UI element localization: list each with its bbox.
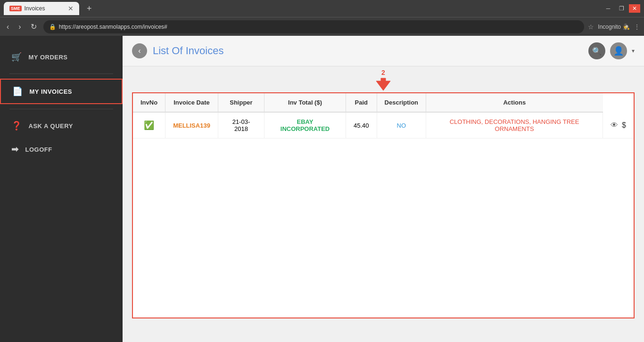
incognito-icon: 🕵 xyxy=(623,24,630,30)
sidebar-item-label-my-orders: MY ORDERS xyxy=(29,54,68,61)
invoice-number-link[interactable]: MELLISA139 xyxy=(173,122,210,129)
sidebar-item-ask-query[interactable]: ❓ ASK A QUERY xyxy=(0,114,123,138)
cell-invno[interactable]: MELLISA139 xyxy=(165,112,218,138)
cell-shipper: EBAY INCORPORATED xyxy=(264,112,346,138)
refresh-button[interactable]: ↻ xyxy=(28,20,40,33)
back-button[interactable]: ‹ xyxy=(132,43,147,58)
incognito-area: Incognito 🕵 xyxy=(598,24,630,30)
sidebar-item-label-logoff: LOGOFF xyxy=(25,146,52,153)
tab-title: Invoices xyxy=(25,5,45,12)
invoice-table: InvNo Invoice Date Shipper Inv Total ($)… xyxy=(133,93,634,138)
down-arrow-svg xyxy=(374,77,393,91)
browser-titlebar: SME Invoices ✕ + ─ ❐ ✕ xyxy=(0,0,644,17)
search-icon: 🔍 xyxy=(592,47,602,56)
tab-close-btn[interactable]: ✕ xyxy=(68,5,74,12)
minimize-button[interactable]: ─ xyxy=(603,4,614,13)
invoice-table-container: InvNo Invoice Date Shipper Inv Total ($)… xyxy=(132,92,635,318)
restore-button[interactable]: ❐ xyxy=(616,4,627,13)
logoff-icon: ➡ xyxy=(11,144,19,155)
description-text: CLOTHING, DECORATIONS, HANGING TREE ORNA… xyxy=(450,118,579,132)
status-check-icon: ✅ xyxy=(144,121,154,130)
tab-favicon: SME xyxy=(9,6,22,11)
toolbar-right: ☆ Incognito 🕵 ⋮ xyxy=(588,23,640,31)
col-header-invno: InvNo xyxy=(133,93,165,112)
new-tab-button[interactable]: + xyxy=(83,4,96,14)
sidebar-item-my-invoices[interactable]: 📄 MY INVOICES xyxy=(0,79,123,104)
col-header-inv-total: Inv Total ($) xyxy=(264,93,346,112)
cell-paid: NO xyxy=(377,112,426,138)
sidebar-item-label-my-invoices: MY INVOICES xyxy=(30,88,73,95)
user-avatar[interactable]: 👤 xyxy=(610,42,627,59)
action-icons-group: 👁 $ xyxy=(611,121,626,130)
close-button[interactable]: ✕ xyxy=(629,4,640,13)
header-left: ‹ List Of Invoices xyxy=(132,43,223,58)
col-header-paid: Paid xyxy=(346,93,377,112)
page-header: ‹ List Of Invoices 🔍 👤 ▾ xyxy=(123,36,644,66)
cell-invoice-date: 21-03-2018 xyxy=(218,112,264,138)
query-icon: ❓ xyxy=(11,121,22,131)
sidebar-item-my-orders[interactable]: 🛒 MY ORDERS xyxy=(0,45,123,69)
back-arrow-icon: ‹ xyxy=(138,47,140,55)
menu-icon[interactable]: ⋮ xyxy=(634,23,640,31)
col-header-shipper: Shipper xyxy=(218,93,264,112)
invoice-icon: 📄 xyxy=(12,86,23,97)
cell-status: ✅ xyxy=(133,112,165,138)
table-row: ✅ MELLISA139 21-03-2018 EBAY INCORPORATE… xyxy=(133,112,634,138)
cell-description: CLOTHING, DECORATIONS, HANGING TREE ORNA… xyxy=(426,112,603,138)
user-dropdown-arrow[interactable]: ▾ xyxy=(632,48,635,54)
cell-inv-total: 45.40 xyxy=(346,112,377,138)
browser-toolbar: ‹ › ↻ 🔒 https://areopost.sanmolapps.com/… xyxy=(0,17,644,36)
sidebar: 🛒 MY ORDERS 📄 MY INVOICES ❓ ASK A QUERY … xyxy=(0,36,123,342)
user-icon: 👤 xyxy=(613,46,624,56)
search-button[interactable]: 🔍 xyxy=(588,42,605,59)
header-right: 🔍 👤 ▾ xyxy=(588,42,635,59)
forward-nav-button[interactable]: › xyxy=(16,21,24,33)
sidebar-item-label-ask-query: ASK A QUERY xyxy=(29,122,73,130)
star-icon[interactable]: ☆ xyxy=(588,23,594,31)
sidebar-item-logoff[interactable]: ➡ LOGOFF xyxy=(0,138,123,161)
back-nav-button[interactable]: ‹ xyxy=(4,21,12,33)
titlebar-controls: ─ ❐ ✕ xyxy=(603,4,640,13)
page-title: List Of Invoices xyxy=(153,45,223,57)
view-invoice-button[interactable]: 👁 xyxy=(611,121,618,130)
url-display: https://areopost.sanmolapps.com/invoices… xyxy=(59,24,167,30)
table-header-row: InvNo Invoice Date Shipper Inv Total ($)… xyxy=(133,93,634,112)
lock-icon: 🔒 xyxy=(49,24,56,30)
annotation-number-2: 2 xyxy=(381,69,385,76)
col-header-description: Description xyxy=(377,93,426,112)
main-content: ‹ List Of Invoices 🔍 👤 ▾ 2 xyxy=(123,36,644,342)
incognito-label: Incognito xyxy=(598,24,621,30)
paid-status: NO xyxy=(397,122,406,129)
pay-invoice-button[interactable]: $ xyxy=(622,121,626,130)
col-header-actions: Actions xyxy=(426,93,603,112)
annotation-arrow-2: 2 xyxy=(374,69,393,91)
svg-marker-0 xyxy=(376,78,390,90)
col-header-invoice-date: Invoice Date xyxy=(165,93,218,112)
shipper-name: EBAY INCORPORATED xyxy=(281,118,330,132)
browser-tab[interactable]: SME Invoices ✕ xyxy=(4,2,79,15)
address-bar[interactable]: 🔒 https://areopost.sanmolapps.com/invoic… xyxy=(43,20,585,33)
cart-icon: 🛒 xyxy=(11,52,22,62)
annotation-area: 2 xyxy=(123,66,644,92)
sidebar-divider-2 xyxy=(9,109,113,109)
app-container: 🛒 MY ORDERS 📄 MY INVOICES ❓ ASK A QUERY … xyxy=(0,36,644,342)
table-body: ✅ MELLISA139 21-03-2018 EBAY INCORPORATE… xyxy=(133,112,634,138)
cell-actions: 👁 $ xyxy=(603,112,634,138)
sidebar-divider-1 xyxy=(9,73,113,74)
